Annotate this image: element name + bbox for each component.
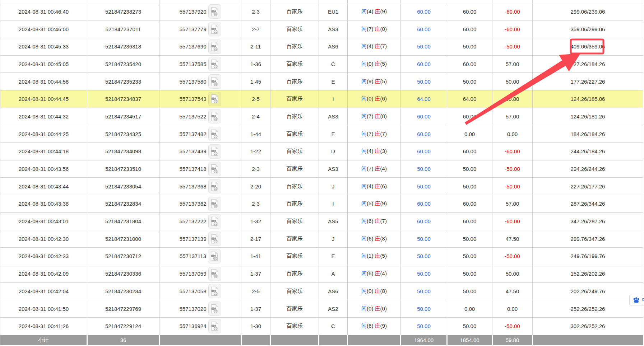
- video-preview-button[interactable]: [208, 301, 221, 316]
- player-label: 闲: [361, 131, 367, 137]
- cell-bet-amount: 60.00: [401, 212, 447, 230]
- video-file-icon: [210, 24, 219, 34]
- cell-bet-time: 2024-08-31 00:41:26: [0, 317, 87, 335]
- cell-game-type: 百家乐: [270, 20, 319, 38]
- table-row: 2024-08-31 00:41:26521847229124557136924…: [0, 317, 643, 335]
- cell-table-code: I: [319, 90, 348, 108]
- video-preview-button[interactable]: [208, 232, 221, 246]
- cell-game-type: 百家乐: [270, 282, 319, 300]
- cell-win-loss: 0.00: [492, 125, 533, 143]
- video-preview-button[interactable]: [208, 92, 221, 106]
- video-preview-button[interactable]: [208, 4, 221, 19]
- player-points: (7): [367, 131, 375, 137]
- cell-bet-time: 2024-08-31 00:44:25: [0, 125, 87, 143]
- banker-points: (4): [380, 165, 387, 172]
- video-preview-button[interactable]: [208, 179, 221, 193]
- cell-bet-id: 521847229124: [87, 317, 159, 335]
- cell-round-number: 557137585: [159, 55, 241, 73]
- cell-table-seat: 2-7: [241, 20, 270, 38]
- video-preview-button[interactable]: [208, 109, 221, 123]
- banker-label: 庄: [375, 253, 380, 259]
- player-points: (4): [367, 183, 375, 189]
- cell-table-seat: 2-5: [241, 90, 270, 108]
- round-number-group: 557137585: [179, 57, 221, 71]
- cell-win-loss: 57.00: [492, 55, 533, 73]
- banker-points: (7): [380, 218, 387, 224]
- cell-bet-id: 521847235420: [87, 55, 159, 73]
- video-preview-button[interactable]: [208, 39, 221, 54]
- video-preview-button[interactable]: [208, 319, 221, 333]
- cell-bet-id: 521847231804: [87, 212, 159, 230]
- cell-bet-id: 521847230234: [87, 282, 159, 300]
- player-points: (4): [367, 43, 375, 49]
- round-number-group: 557137113: [180, 249, 221, 263]
- cell-game-type: 百家乐: [270, 265, 319, 282]
- round-number-group: 557137362: [179, 197, 221, 211]
- video-preview-button[interactable]: [208, 22, 221, 36]
- cell-win-loss: -50.00: [492, 160, 533, 178]
- round-number: 557137439: [179, 148, 206, 154]
- video-preview-button[interactable]: [208, 127, 221, 141]
- video-preview-button[interactable]: [208, 57, 221, 71]
- cell-bet-amount: 50.00: [401, 38, 447, 55]
- table-body: 2024-08-31 00:46:40521847238273557137920…: [0, 0, 643, 335]
- cell-table-code: AS2: [319, 300, 348, 318]
- cell-bet-time: 2024-08-31 00:45:33: [0, 38, 87, 55]
- round-number-group: 557137418: [179, 162, 221, 176]
- video-file-icon: [210, 94, 219, 104]
- banker-label: 庄: [375, 305, 380, 312]
- cell-table-code: C: [319, 55, 348, 73]
- cell-bet-amount: 60.00: [401, 143, 447, 160]
- video-preview-button[interactable]: [208, 284, 221, 298]
- cell-table-seat: 2-3: [241, 3, 270, 20]
- round-number-group: 557137522: [179, 109, 221, 123]
- cell-balance: 124.26/181.26: [533, 108, 643, 125]
- banker-label: 庄: [375, 235, 380, 242]
- summary-row: 小计 36 1964.00 1854.00 59.80: [0, 335, 643, 345]
- cell-bet-amount: 60.00: [401, 125, 447, 143]
- cell-game-type: 百家乐: [270, 125, 319, 143]
- table-row: 2024-08-31 00:45:33521847236318557137690…: [0, 38, 643, 55]
- video-preview-button[interactable]: [208, 197, 221, 211]
- summary-valid-total: 1854.00: [447, 335, 492, 345]
- video-preview-button[interactable]: [208, 214, 221, 229]
- cell-valid-amount: 50.00: [447, 73, 492, 90]
- player-label: 闲: [361, 43, 367, 49]
- round-number: 557137585: [179, 61, 206, 67]
- player-label: 闲: [361, 253, 367, 259]
- player-points: (6): [367, 270, 375, 276]
- player-label: 闲: [361, 95, 367, 102]
- cell-valid-amount: 60.00: [447, 3, 492, 20]
- cell-win-loss: -50.00: [492, 38, 533, 55]
- cell-balance: 299.06/239.06: [533, 3, 643, 20]
- cell-bet-time: 2024-08-31 00:43:38: [0, 195, 87, 213]
- cell-table-seat: 1-30: [241, 317, 270, 335]
- video-preview-button[interactable]: [208, 162, 221, 176]
- video-preview-button[interactable]: [208, 74, 221, 89]
- cell-bet-time: 2024-08-31 00:46:40: [0, 3, 87, 20]
- cell-game-type: 百家乐: [270, 3, 319, 20]
- cell-bet-time: 2024-08-31 00:43:56: [0, 160, 87, 178]
- bet-records-table: 2024-08-31 00:46:40521847238273557137920…: [0, 0, 643, 345]
- cell-bet-id: 521847234837: [87, 90, 159, 108]
- cell-win-loss: -60.00: [492, 20, 533, 38]
- cell-win-loss: -50.00: [492, 248, 533, 265]
- video-preview-button[interactable]: [208, 144, 221, 159]
- table-row-highlighted: 2024-08-31 00:44:45521847234837557137543…: [0, 90, 643, 108]
- cell-game-result: 闲(5) 庄(9): [348, 195, 401, 213]
- player-label: 闲: [361, 305, 367, 312]
- round-number: 557137543: [179, 96, 206, 102]
- cell-bet-amount: 60.00: [401, 108, 447, 125]
- video-preview-button[interactable]: [208, 267, 221, 281]
- cell-valid-amount: 50.00: [447, 160, 492, 178]
- cell-balance: 409.06/359.06: [533, 38, 643, 55]
- banker-points: (8): [380, 235, 387, 242]
- cell-game-result: 闲(4) 庄(7): [348, 38, 401, 55]
- video-preview-button[interactable]: [208, 249, 221, 263]
- table-row: 2024-08-31 00:44:18521847234098557137439…: [0, 143, 643, 160]
- cell-bet-time: 2024-08-31 00:41:50: [0, 300, 87, 318]
- cell-game-type: 百家乐: [270, 230, 319, 248]
- round-number-group: 557137058: [179, 284, 221, 298]
- table-row: 2024-08-31 00:44:58521847235233557137580…: [0, 73, 643, 90]
- translate-widget[interactable]: 中: [629, 295, 644, 305]
